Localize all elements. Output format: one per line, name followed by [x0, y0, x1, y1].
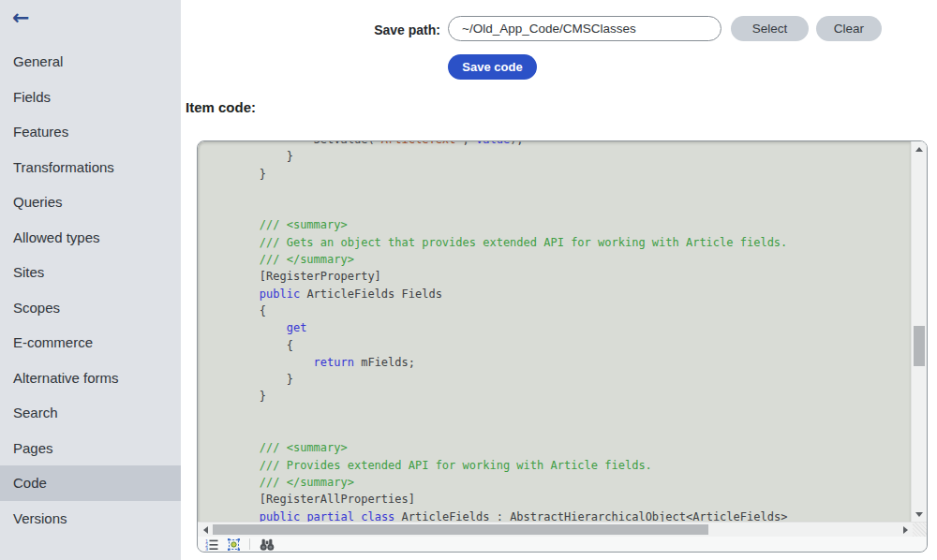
- sidebar-item-versions[interactable]: Versions: [0, 501, 181, 537]
- sidebar-item-alternative-forms[interactable]: Alternative forms: [0, 361, 181, 396]
- code-line: {: [205, 337, 911, 354]
- sidebar-item-general[interactable]: General: [0, 44, 181, 80]
- insert-marker-icon: [228, 538, 240, 551]
- scrollbar-corner: [913, 523, 927, 537]
- code-line: [RegisterProperty]: [205, 268, 911, 285]
- sidebar-item-features[interactable]: Features: [0, 114, 181, 150]
- sidebar-item-queries[interactable]: Queries: [0, 184, 181, 220]
- scroll-left-button[interactable]: [198, 523, 213, 537]
- code-line: public ArticleFields Fields: [205, 286, 911, 302]
- sidebar-item-code[interactable]: Code: [0, 465, 181, 501]
- sidebar-item-pages[interactable]: Pages: [0, 431, 181, 466]
- scroll-down-button[interactable]: [912, 507, 927, 522]
- code-line: /// Gets an object that provides extende…: [205, 234, 911, 251]
- sidebar-nav: GeneralFieldsFeaturesTransformationsQuer…: [0, 44, 181, 536]
- sidebar: ← GeneralFieldsFeaturesTransformationsQu…: [0, 0, 181, 560]
- code-line: }: [205, 166, 911, 183]
- find-binoculars-icon: [260, 538, 275, 551]
- sidebar-item-search[interactable]: Search: [0, 395, 181, 431]
- code-line: [205, 405, 911, 422]
- code-line: {: [205, 302, 911, 319]
- code-line: [205, 199, 911, 216]
- triangle-left-icon: [203, 526, 208, 534]
- code-editor: SetValue("ArticleText", value); } } /// …: [197, 140, 928, 553]
- triangle-right-icon: [903, 526, 908, 534]
- save-path-label: Save path:: [328, 22, 440, 37]
- triangle-up-icon: [915, 147, 923, 152]
- sidebar-item-allowed-types[interactable]: Allowed types: [0, 220, 181, 256]
- code-line: [205, 422, 911, 439]
- sidebar-item-transformations[interactable]: Transformations: [0, 150, 181, 185]
- code-line: public partial class ArticleFields : Abs…: [205, 508, 911, 522]
- back-button[interactable]: ←: [12, 4, 40, 32]
- code-line: get: [205, 319, 911, 336]
- editor-toolbar: 1 2 3: [198, 537, 927, 552]
- scroll-right-button[interactable]: [898, 523, 913, 537]
- toolbar-separator: [249, 538, 250, 550]
- code-line: return mFields;: [205, 354, 911, 371]
- horizontal-scrollbar[interactable]: [198, 522, 927, 537]
- sidebar-item-e-commerce[interactable]: E-commerce: [0, 325, 181, 361]
- scroll-up-button[interactable]: [912, 141, 927, 156]
- find-button[interactable]: [260, 538, 275, 551]
- code-line: /// <summary>: [205, 439, 911, 456]
- horizontal-scrollbar-thumb[interactable]: [213, 524, 708, 535]
- line-numbers-icon: 1 2 3: [205, 538, 218, 551]
- code-line: }: [205, 388, 911, 405]
- code-line: [205, 183, 911, 199]
- clear-button[interactable]: Clear: [816, 16, 882, 41]
- code-line: }: [205, 148, 911, 165]
- code-line: /// </summary>: [205, 251, 911, 268]
- item-code-label: Item code:: [186, 99, 256, 115]
- sidebar-item-scopes[interactable]: Scopes: [0, 290, 181, 326]
- sidebar-item-sites[interactable]: Sites: [0, 255, 181, 290]
- line-numbers-button[interactable]: 1 2 3: [205, 538, 218, 551]
- code-line: }: [205, 371, 911, 388]
- back-arrow-icon: ←: [12, 6, 29, 29]
- code-line: SetValue("ArticleText", value);: [205, 141, 911, 148]
- sidebar-item-fields[interactable]: Fields: [0, 80, 181, 115]
- code-content: SetValue("ArticleText", value); } } /// …: [198, 141, 911, 522]
- svg-text:3: 3: [205, 546, 208, 551]
- code-viewport[interactable]: SetValue("ArticleText", value); } } /// …: [198, 141, 911, 522]
- select-button[interactable]: Select: [731, 16, 809, 41]
- code-line: [RegisterAllProperties]: [205, 491, 911, 508]
- code-line: /// Provides extended API for working wi…: [205, 457, 911, 474]
- vertical-scrollbar[interactable]: [911, 141, 927, 522]
- insert-marker-button[interactable]: [228, 538, 240, 551]
- save-path-input[interactable]: [448, 16, 721, 41]
- code-line: /// </summary>: [205, 474, 911, 491]
- save-code-button[interactable]: Save code: [448, 54, 537, 80]
- vertical-scrollbar-thumb[interactable]: [914, 326, 925, 366]
- code-line: /// <summary>: [205, 216, 911, 233]
- triangle-down-icon: [915, 512, 923, 517]
